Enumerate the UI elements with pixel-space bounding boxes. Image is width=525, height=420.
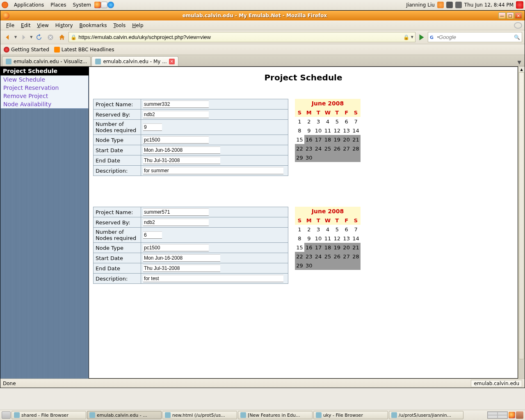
calendar-day[interactable]: 25 [323, 144, 333, 153]
sidebar-item-view-schedule[interactable]: View Schedule [1, 75, 88, 84]
show-desktop-button[interactable] [2, 411, 11, 419]
input-description[interactable] [143, 167, 283, 174]
calendar-day[interactable]: 4 [323, 225, 333, 234]
home-button[interactable] [57, 32, 67, 42]
scroll-up-icon[interactable]: ▲ [518, 66, 525, 72]
mail-launcher-icon[interactable] [101, 2, 107, 8]
calendar-day[interactable]: 21 [351, 243, 361, 252]
input-start-date[interactable] [143, 254, 220, 262]
go-button[interactable] [417, 33, 426, 42]
calendar-day[interactable]: 6 [342, 117, 351, 126]
calendar-day[interactable]: 7 [351, 225, 361, 234]
calendar-day[interactable]: 24 [314, 144, 323, 153]
menu-system[interactable]: System [69, 2, 94, 8]
calendar-day[interactable]: 8 [295, 234, 304, 243]
keyboard-indicator-icon[interactable] [446, 2, 453, 8]
calendar-day[interactable] [332, 261, 342, 270]
calendar-day[interactable] [323, 153, 333, 162]
calendar-day[interactable]: 13 [342, 234, 351, 243]
calendar-day[interactable]: 3 [314, 117, 323, 126]
google-icon[interactable] [430, 34, 436, 40]
ubuntu-logo-icon[interactable] [2, 2, 8, 8]
calendar-day[interactable]: 13 [342, 126, 351, 135]
calendar-day[interactable]: 30 [304, 261, 314, 270]
volume-icon[interactable] [455, 2, 462, 8]
clock[interactable]: Thu Jun 12, 8:44 PM [464, 2, 514, 8]
tab-list-dropdown-icon[interactable]: ▼ [516, 59, 523, 66]
calendar-day[interactable]: 14 [351, 126, 361, 135]
calendar-day[interactable]: 18 [323, 243, 333, 252]
tab-1-active[interactable]: emulab.calvin.edu - My ...× [91, 56, 178, 66]
calendar-day[interactable] [342, 261, 351, 270]
calendar-day[interactable]: 22 [295, 252, 304, 261]
input-project-name[interactable] [143, 208, 209, 216]
maximize-button[interactable]: □ [507, 12, 514, 19]
taskbar-task[interactable]: /u/prot5/users/jiannin... [389, 411, 463, 419]
calendar-day[interactable]: 9 [304, 126, 314, 135]
workspace-switcher[interactable] [487, 411, 508, 419]
url-input[interactable] [78, 34, 403, 40]
forward-dropdown-icon[interactable]: ▼ [30, 35, 32, 39]
stop-button[interactable] [46, 32, 55, 42]
calendar-day[interactable]: 2 [304, 225, 314, 234]
input-project-name[interactable] [143, 100, 209, 108]
calendar-day[interactable]: 16 [304, 243, 314, 252]
menu-help[interactable]: Help [129, 23, 146, 28]
calendar-day[interactable]: 23 [304, 144, 314, 153]
calendar-day[interactable] [323, 261, 333, 270]
calendar-day[interactable]: 22 [295, 144, 304, 153]
input-reserved-by[interactable] [143, 111, 209, 118]
input-reserved-by[interactable] [143, 219, 209, 226]
menu-tools[interactable]: Tools [110, 23, 129, 28]
calendar-day[interactable]: 6 [342, 225, 351, 234]
identity-lock-icon[interactable]: 🔒 [403, 34, 409, 40]
calendar-day[interactable] [332, 153, 342, 162]
input-end-date[interactable] [143, 265, 220, 272]
menu-bookmarks[interactable]: Bookmarks [76, 23, 110, 28]
menu-applications[interactable]: Applications [11, 2, 47, 8]
calendar-day[interactable] [314, 261, 323, 270]
trash-icon[interactable] [516, 411, 523, 419]
calendar-day[interactable]: 21 [351, 135, 361, 144]
page-main[interactable]: Project Schedule Project Name:Reserved B… [89, 66, 518, 379]
tab-close-icon[interactable]: × [169, 59, 175, 64]
calendar-day[interactable]: 29 [295, 261, 304, 270]
calendar-day[interactable]: 28 [351, 144, 361, 153]
calendar-day[interactable]: 26 [332, 144, 342, 153]
calendar-day[interactable]: 10 [314, 234, 323, 243]
forward-button[interactable] [18, 32, 28, 42]
close-button[interactable]: × [515, 12, 522, 19]
minimize-button[interactable]: — [498, 12, 506, 19]
calendar-day[interactable]: 1 [295, 225, 304, 234]
input-description[interactable] [143, 275, 283, 282]
taskbar-task[interactable]: [New Features in Edu... [238, 411, 313, 419]
calendar-day[interactable]: 30 [304, 153, 314, 162]
calendar-day[interactable] [314, 153, 323, 162]
calendar-day[interactable] [351, 153, 361, 162]
sidebar-item-node-availability[interactable]: Node Availability [1, 100, 88, 108]
calendar-day[interactable]: 3 [314, 225, 323, 234]
calendar-day[interactable]: 15 [295, 243, 304, 252]
calendar-day[interactable]: 19 [332, 243, 342, 252]
calendar-day[interactable]: 23 [304, 252, 314, 261]
calendar-day[interactable]: 18 [323, 135, 333, 144]
power-button-icon[interactable] [516, 1, 523, 9]
input-node-type[interactable] [143, 136, 209, 144]
calendar-day[interactable]: 5 [332, 117, 342, 126]
calendar-day[interactable]: 2 [304, 117, 314, 126]
input-end-date[interactable] [143, 157, 220, 164]
calendar-day[interactable] [342, 153, 351, 162]
calendar-day[interactable]: 12 [332, 234, 342, 243]
input-num-nodes[interactable] [143, 123, 162, 131]
input-num-nodes[interactable] [143, 231, 162, 239]
menu-places[interactable]: Places [47, 2, 69, 8]
calendar-day[interactable]: 28 [351, 252, 361, 261]
window-titlebar[interactable]: emulab.calvin.edu - My Emulab.Net - Mozi… [0, 11, 525, 21]
reload-button[interactable] [34, 32, 44, 42]
calendar-day[interactable]: 15 [295, 135, 304, 144]
calendar-day[interactable]: 20 [342, 135, 351, 144]
tray-firefox-icon[interactable] [509, 412, 515, 418]
scrollbar[interactable]: ▲ [518, 66, 525, 379]
calendar-day[interactable]: 17 [314, 135, 323, 144]
search-input[interactable] [439, 34, 514, 40]
